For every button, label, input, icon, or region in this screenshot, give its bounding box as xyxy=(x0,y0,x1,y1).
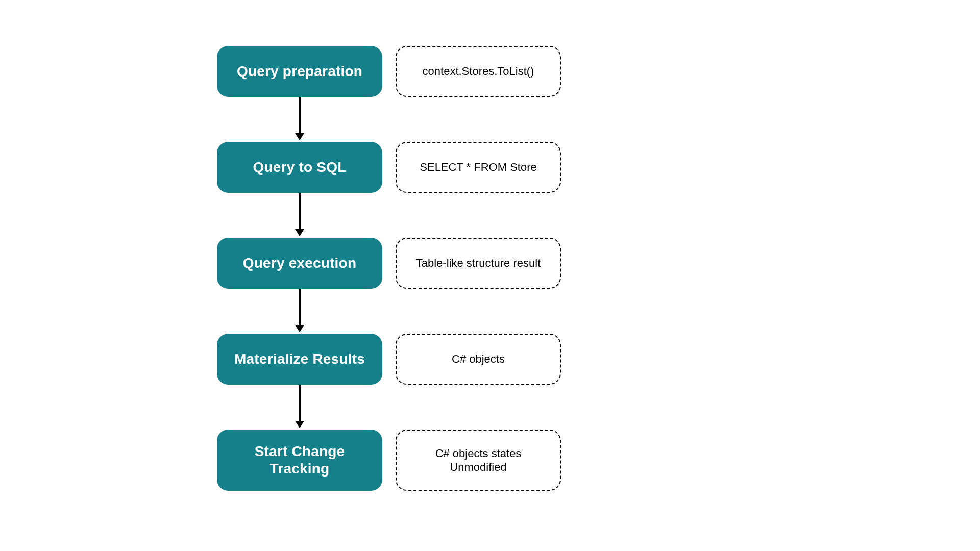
arrow-3 xyxy=(295,289,304,332)
arrow-1 xyxy=(295,97,304,140)
detail-query-to-sql: SELECT * FROM Store xyxy=(396,142,561,193)
detail-query-preparation: context.Stores.ToList() xyxy=(396,46,561,97)
step-query-preparation: Query preparation xyxy=(217,46,382,97)
step-query-to-sql: Query to SQL xyxy=(217,142,382,193)
detail-query-execution: Table-like structure result xyxy=(396,238,561,289)
arrow-4 xyxy=(295,385,304,428)
step-start-change-tracking: Start ChangeTracking xyxy=(217,430,382,491)
detail-start-change-tracking: C# objects statesUnmodified xyxy=(396,430,561,491)
arrow-2 xyxy=(295,193,304,236)
step-materialize-results: Materialize Results xyxy=(217,334,382,385)
detail-materialize-results: C# objects xyxy=(396,334,561,385)
step-query-execution: Query execution xyxy=(217,238,382,289)
diagram-canvas: Query preparation context.Stores.ToList(… xyxy=(0,0,980,551)
